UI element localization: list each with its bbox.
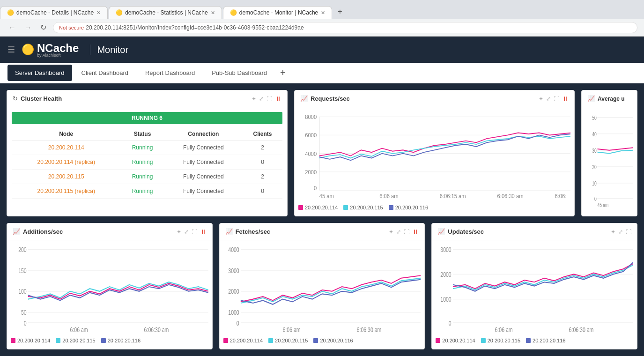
legend-item-115-upd: 20.200.20.115 bbox=[481, 338, 520, 343]
cluster-settings-icon[interactable]: ✦ bbox=[252, 96, 256, 102]
node-link[interactable]: 20.200.20.114 bbox=[12, 141, 120, 155]
additions-settings-icon[interactable]: ✦ bbox=[177, 229, 181, 235]
app-title: Monitor bbox=[90, 44, 128, 55]
updates-expand-icon[interactable]: ⤢ bbox=[618, 229, 623, 235]
legend-item-114-upd: 20.200.20.114 bbox=[436, 338, 475, 343]
additions-legend: 20.200.20.114 20.200.20.115 20.200.20.11… bbox=[11, 336, 208, 345]
cluster-fullscreen-icon[interactable]: ⛶ bbox=[266, 96, 272, 102]
svg-text:45 am: 45 am bbox=[319, 193, 334, 200]
tab-close-btn[interactable]: ✕ bbox=[96, 10, 101, 16]
svg-text:1000: 1000 bbox=[228, 309, 239, 317]
additions-pause-btn[interactable]: ⏸ bbox=[200, 228, 207, 236]
logo-text: NCache bbox=[37, 42, 79, 54]
reload-button[interactable]: ↻ bbox=[38, 22, 48, 33]
fetches-expand-icon[interactable]: ⤢ bbox=[396, 229, 401, 235]
node-connection: Fully Connected bbox=[164, 155, 243, 170]
svg-text:150: 150 bbox=[18, 267, 27, 274]
tab-favicon: 🟡 bbox=[7, 9, 14, 16]
fetches-legend: 20.200.20.114 20.200.20.115 20.200.20.11… bbox=[223, 336, 421, 345]
legend-dot-116-add bbox=[101, 338, 106, 343]
svg-text:30: 30 bbox=[592, 147, 596, 154]
browser-tab-stats[interactable]: 🟡 demoCache - Statistics | NCache ✕ bbox=[109, 6, 222, 19]
avg-u-chart-svg: 50 40 30 20 10 0 45 am bbox=[585, 111, 633, 212]
updates-settings-icon[interactable]: ✦ bbox=[611, 229, 615, 235]
additions-chart-body: 200 150 100 50 0 6:06 am 6:06:30 am bbox=[7, 240, 212, 349]
requests-pause-btn[interactable]: ⏸ bbox=[562, 95, 569, 103]
tab-close-btn[interactable]: ✕ bbox=[211, 10, 215, 16]
tab-label: demoCache - Details | NCache bbox=[16, 9, 94, 16]
avg-u-chart-body: 50 40 30 20 10 0 45 am bbox=[582, 107, 637, 216]
updates-chart-body: 3000 2000 1000 0 6:06 am 6:06:30 am bbox=[432, 240, 637, 349]
node-connection: Fully Connected bbox=[164, 141, 243, 155]
tab-report-dashboard[interactable]: Report Dashboard bbox=[138, 65, 202, 81]
legend-label-116-add: 20.200.20.116 bbox=[108, 338, 141, 343]
node-status: Running bbox=[120, 170, 164, 184]
requests-chart-body: 8000 6000 4000 2000 0 45 am 6:06 am 6:06… bbox=[295, 107, 574, 216]
updates-legend: 20.200.20.114 20.200.20.115 20.200.20.11… bbox=[436, 336, 633, 345]
add-dashboard-button[interactable]: + bbox=[280, 67, 286, 78]
cluster-panel-actions: ✦ ⤢ ⛶ ⏸ bbox=[252, 95, 281, 103]
requests-fullscreen-icon[interactable]: ⛶ bbox=[554, 96, 559, 102]
cluster-table-row: 20.200.20.114 Running Fully Connected 2 bbox=[12, 141, 282, 155]
browser-tab-monitor[interactable]: 🟡 demoCache - Monitor | NCache ✕ bbox=[223, 6, 333, 19]
additions-expand-icon[interactable]: ⤢ bbox=[184, 229, 189, 235]
bottom-dashboard-row: 📈 Additions/sec ✦ ⤢ ⛶ ⏸ bbox=[7, 223, 637, 349]
svg-text:6:06:: 6:06: bbox=[555, 193, 566, 200]
svg-text:6:06 am: 6:06 am bbox=[495, 326, 513, 334]
legend-dot-114-add bbox=[11, 338, 15, 343]
hamburger-menu[interactable]: ☰ bbox=[7, 44, 15, 55]
additions-panel-actions: ✦ ⤢ ⛶ ⏸ bbox=[177, 228, 207, 236]
node-link[interactable]: 20.200.20.114 (replica) bbox=[12, 155, 120, 170]
legend-dot-114-fetch bbox=[223, 338, 228, 343]
tab-close-btn[interactable]: ✕ bbox=[321, 10, 325, 16]
additions-fullscreen-icon[interactable]: ⛶ bbox=[192, 229, 197, 235]
back-button[interactable]: ← bbox=[7, 22, 18, 33]
tab-client-dashboard[interactable]: Client Dashboard bbox=[74, 65, 136, 81]
forward-button[interactable]: → bbox=[22, 22, 34, 33]
svg-text:2000: 2000 bbox=[305, 169, 317, 175]
requests-sec-panel: 📈 Requests/sec ✦ ⤢ ⛶ ⏸ bbox=[294, 90, 575, 216]
additions-chart-area: 200 150 100 50 0 6:06 am 6:06:30 am bbox=[11, 244, 208, 336]
svg-text:2000: 2000 bbox=[441, 271, 452, 279]
node-status: Running bbox=[120, 184, 164, 199]
svg-text:45 am: 45 am bbox=[598, 201, 609, 208]
svg-text:6:06:30 am: 6:06:30 am bbox=[144, 326, 169, 334]
fetches-settings-icon[interactable]: ✦ bbox=[389, 229, 393, 235]
running-status-badge: RUNNING 6 bbox=[12, 112, 282, 124]
tab-server-dashboard[interactable]: Server Dashboard bbox=[7, 65, 72, 81]
svg-text:4000: 4000 bbox=[228, 246, 239, 253]
fetches-fullscreen-icon[interactable]: ⛶ bbox=[404, 229, 409, 235]
updates-fullscreen-icon[interactable]: ⛶ bbox=[626, 229, 631, 235]
fetches-sec-panel: 📈 Fetches/sec ✦ ⤢ ⛶ ⏸ bbox=[219, 223, 425, 349]
cluster-table: Node Status Connection Clients 20.200.20… bbox=[12, 128, 282, 199]
cluster-pause-btn[interactable]: ⏸ bbox=[275, 95, 281, 103]
legend-dot-114 bbox=[298, 205, 303, 210]
cluster-table-row: 20.200.20.114 (replica) Running Fully Co… bbox=[12, 155, 282, 170]
legend-label-115-add: 20.200.20.115 bbox=[62, 338, 95, 343]
browser-tab-details[interactable]: 🟡 demoCache - Details | NCache ✕ bbox=[0, 6, 108, 19]
requests-settings-icon[interactable]: ✦ bbox=[539, 96, 543, 102]
requests-chart-area: 8000 6000 4000 2000 0 45 am 6:06 am 6:06… bbox=[298, 111, 570, 203]
updates-panel-actions: ✦ ⤢ ⛶ bbox=[611, 229, 631, 235]
requests-expand-icon[interactable]: ⤢ bbox=[546, 96, 551, 102]
new-tab-button[interactable]: + bbox=[333, 5, 347, 19]
svg-text:40: 40 bbox=[592, 131, 596, 137]
avg-u-chart-area: 50 40 30 20 10 0 45 am bbox=[585, 111, 633, 212]
top-bar: ☰ 🟡 NCache by Alachisoft Monitor bbox=[0, 37, 644, 63]
avg-u-header: 📈 Average u bbox=[582, 90, 637, 107]
updates-chart-area: 3000 2000 1000 0 6:06 am 6:06:30 am bbox=[436, 244, 633, 336]
legend-label-116-fetch: 20.200.20.116 bbox=[320, 338, 353, 343]
fetches-title: Fetches/sec bbox=[236, 228, 386, 235]
updates-header: 📈 Updates/sec ✦ ⤢ ⛶ bbox=[432, 223, 637, 240]
cluster-expand-icon[interactable]: ⤢ bbox=[259, 96, 264, 102]
node-link[interactable]: 20.200.20.115 (replica) bbox=[12, 184, 120, 199]
node-link[interactable]: 20.200.20.115 bbox=[12, 170, 120, 184]
requests-panel-actions: ✦ ⤢ ⛶ ⏸ bbox=[539, 95, 569, 103]
svg-text:1000: 1000 bbox=[441, 296, 452, 304]
tab-pubsub-dashboard[interactable]: Pub-Sub Dashboard bbox=[204, 65, 274, 81]
svg-text:8000: 8000 bbox=[305, 114, 317, 120]
url-bar[interactable]: Not secure 20.200.20.114:8251/Monitor/In… bbox=[53, 22, 637, 33]
fetches-pause-btn[interactable]: ⏸ bbox=[412, 228, 419, 236]
legend-label-116-upd: 20.200.20.116 bbox=[533, 338, 565, 343]
additions-title: Additions/sec bbox=[23, 228, 174, 235]
